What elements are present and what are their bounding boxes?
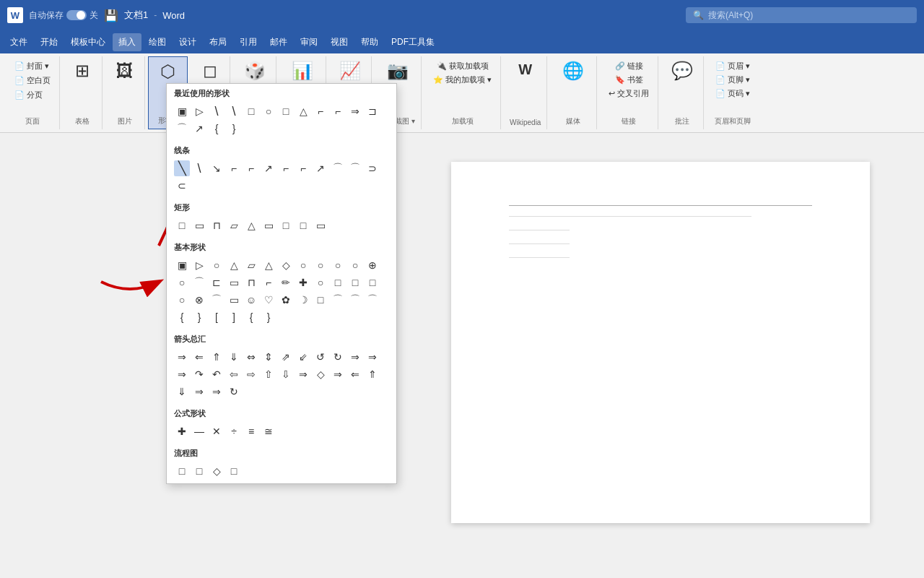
formula3[interactable]: ✕: [209, 423, 225, 439]
basic21[interactable]: ○: [313, 275, 328, 290]
formula6[interactable]: ≅: [261, 423, 276, 439]
ribbon-btn-footer[interactable]: 📄 页脚 ▾: [712, 73, 753, 87]
arrow28[interactable]: ↻: [226, 384, 242, 400]
arrow10[interactable]: ↻: [330, 349, 346, 365]
arrow6[interactable]: ⇕: [261, 349, 276, 365]
menu-home[interactable]: 开始: [35, 33, 64, 51]
basic3[interactable]: ○: [209, 257, 225, 273]
shapes-dropdown[interactable]: 最近使用的形状 ▣ ▷ \ \ □ ○ □ △ ⌐ ⌐ ⇒ ⊐ ⌒ ↗ { } …: [166, 83, 397, 484]
shape-oval[interactable]: ○: [261, 103, 276, 119]
shape-curve1[interactable]: ⌒: [174, 121, 190, 137]
line-diagonal1[interactable]: ╲: [174, 160, 190, 176]
line-arrow1[interactable]: ↗: [261, 160, 276, 176]
line-curve2[interactable]: ⌒: [347, 160, 363, 176]
line-elbow3[interactable]: ⌐: [278, 160, 294, 176]
basic25[interactable]: ○: [174, 292, 190, 308]
shape-corner[interactable]: ⊐: [365, 103, 380, 119]
shape-arrow-right[interactable]: ▷: [191, 103, 207, 119]
shape-angle2[interactable]: ⌐: [330, 103, 346, 119]
ribbon-btn-page-num[interactable]: 📄 页码 ▾: [712, 87, 753, 100]
autosave-toggle[interactable]: [66, 10, 87, 20]
basic4[interactable]: △: [226, 257, 242, 273]
menu-view[interactable]: 视图: [325, 33, 354, 51]
rect9[interactable]: ▭: [313, 217, 328, 233]
flow2[interactable]: □: [191, 463, 207, 479]
arrow15[interactable]: ↶: [209, 366, 225, 382]
rect4[interactable]: ▱: [226, 217, 242, 233]
menu-pdf[interactable]: PDF工具集: [385, 33, 440, 51]
autosave-control[interactable]: 自动保存 关: [29, 9, 98, 22]
basic24[interactable]: □: [365, 275, 380, 290]
flow4[interactable]: □: [226, 463, 242, 479]
line-elbow1[interactable]: ⌐: [226, 160, 242, 176]
flow1[interactable]: □: [174, 463, 190, 479]
shape-line2[interactable]: \: [226, 103, 242, 119]
rect5[interactable]: △: [243, 217, 259, 233]
basic13[interactable]: ○: [174, 275, 190, 290]
basic30[interactable]: ♡: [261, 292, 276, 308]
shape-arr1[interactable]: ⇒: [347, 103, 363, 119]
menu-template[interactable]: 模板中心: [65, 33, 111, 51]
search-box[interactable]: 🔍: [686, 7, 917, 23]
basic22[interactable]: □: [330, 275, 346, 290]
ribbon-btn-blank-page[interactable]: 📄 空白页: [12, 74, 53, 87]
basic6[interactable]: △: [261, 257, 276, 273]
menu-draw[interactable]: 绘图: [143, 33, 172, 51]
ribbon-btn-screenshot[interactable]: 📷: [383, 59, 413, 82]
ribbon-btn-comment[interactable]: 💬: [667, 59, 697, 82]
ribbon-btn-icons[interactable]: ◻: [199, 59, 222, 82]
formula5[interactable]: ≡: [243, 423, 259, 439]
arrow26[interactable]: ⇒: [191, 384, 207, 400]
formula4[interactable]: ÷: [226, 423, 242, 439]
ribbon-btn-cross-ref[interactable]: ↩ 交叉引用: [606, 87, 652, 100]
arrow23[interactable]: ⇐: [347, 366, 363, 382]
basic11[interactable]: ○: [347, 257, 363, 273]
menu-file[interactable]: 文件: [4, 33, 33, 51]
basic19[interactable]: ✏: [278, 275, 294, 290]
shape-tri[interactable]: △: [295, 103, 311, 119]
ribbon-btn-smartart[interactable]: 📊: [287, 59, 318, 82]
rect2[interactable]: ▭: [191, 217, 207, 233]
arrow17[interactable]: ⇨: [243, 366, 259, 382]
menu-review[interactable]: 审阅: [295, 33, 323, 51]
shape-rect2[interactable]: □: [278, 103, 294, 119]
arrow27[interactable]: ⇒: [209, 384, 225, 400]
menu-layout[interactable]: 布局: [204, 33, 232, 51]
ribbon-btn-video[interactable]: 🌐: [558, 59, 588, 82]
basic26[interactable]: ⊗: [191, 292, 207, 308]
basic31[interactable]: ✿: [278, 292, 294, 308]
ribbon-btn-shapes[interactable]: ⬡: [156, 60, 180, 83]
save-icon[interactable]: 💾: [104, 9, 118, 22]
shape-diag[interactable]: ↗: [191, 121, 207, 137]
line-elbow2[interactable]: ⌐: [243, 160, 259, 176]
formula1[interactable]: ✚: [174, 423, 190, 439]
line-diagonal3[interactable]: ↘: [209, 160, 225, 176]
basic39[interactable]: [: [209, 309, 225, 325]
basic8[interactable]: ○: [295, 257, 311, 273]
arrow22[interactable]: ⇒: [330, 366, 346, 382]
arrow21[interactable]: ◇: [313, 366, 328, 382]
rect7[interactable]: □: [278, 217, 294, 233]
basic10[interactable]: ○: [330, 257, 346, 273]
ribbon-btn-link[interactable]: 🔗 链接: [612, 59, 646, 73]
search-input[interactable]: [708, 10, 910, 20]
ribbon-btn-3d[interactable]: 🎲: [240, 59, 270, 82]
arrow11[interactable]: ⇒: [347, 349, 363, 365]
line-open2[interactable]: ⊂: [174, 178, 190, 194]
ribbon-btn-page-break[interactable]: 📄 分页: [12, 88, 53, 102]
basic2[interactable]: ▷: [191, 257, 207, 273]
arrow20[interactable]: ⇒: [295, 366, 311, 382]
shape-textbox[interactable]: ▣: [174, 103, 190, 119]
basic12[interactable]: ⊕: [365, 257, 380, 273]
menu-insert[interactable]: 插入: [113, 33, 141, 51]
line-diagonal2[interactable]: \: [191, 160, 207, 176]
arrow7[interactable]: ⇗: [278, 349, 294, 365]
line-arrow2[interactable]: ↗: [313, 160, 328, 176]
arrow2[interactable]: ⇐: [191, 349, 207, 365]
menu-mail[interactable]: 邮件: [264, 33, 293, 51]
basic41[interactable]: {: [243, 309, 259, 325]
flow3[interactable]: ◇: [209, 463, 225, 479]
basic1[interactable]: ▣: [174, 257, 190, 273]
basic23[interactable]: □: [347, 275, 363, 290]
arrow1[interactable]: ⇒: [174, 349, 190, 365]
